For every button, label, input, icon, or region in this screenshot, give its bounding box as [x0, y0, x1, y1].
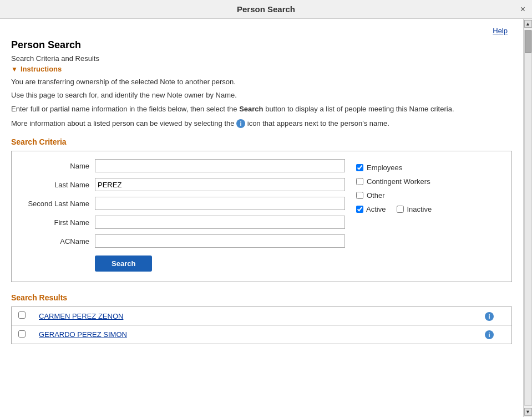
- help-link[interactable]: Help: [11, 24, 512, 37]
- firstname-input[interactable]: [95, 216, 345, 229]
- row2-checkbox[interactable]: [18, 330, 26, 338]
- form-right: Employees Contingent Workers Other: [356, 159, 500, 272]
- results-table-body: CARMEN PEREZ ZENON i GERARDO PEREZ SIMON: [12, 307, 511, 344]
- instructions-line3-start: Enter full or partial name information i…: [11, 105, 239, 113]
- instructions-text: You are transferring ownership of the se…: [11, 76, 512, 100]
- instructions-label: Instructions: [21, 65, 62, 73]
- second-lastname-input[interactable]: [95, 197, 345, 210]
- title-bar: Person Search ×: [0, 0, 532, 19]
- lastname-label: Last Name: [23, 181, 95, 189]
- name-input[interactable]: [95, 159, 345, 172]
- name-label: Name: [23, 162, 95, 170]
- results-table-container: CARMEN PEREZ ZENON i GERARDO PEREZ SIMON: [11, 306, 512, 344]
- instructions-toggle[interactable]: ▼ Instructions: [11, 65, 512, 73]
- employees-checkbox-row: Employees: [356, 163, 500, 172]
- active-inactive-row: Active Inactive: [356, 205, 500, 213]
- other-label: Other: [367, 191, 385, 200]
- scrollbar[interactable]: ▲ ▼: [523, 19, 532, 417]
- instructions-line4-start: More information about a listed person c…: [11, 119, 236, 127]
- results-table: CARMEN PEREZ ZENON i GERARDO PEREZ SIMON: [12, 307, 511, 344]
- lastname-input[interactable]: [95, 178, 345, 191]
- second-lastname-label: Second Last Name: [23, 200, 95, 208]
- content-area: Help Person Search Search Criteria and R…: [0, 19, 523, 417]
- instructions-arrow-icon: ▼: [11, 65, 18, 73]
- firstname-label: First Name: [23, 218, 95, 227]
- scroll-down-button[interactable]: ▼: [524, 408, 532, 416]
- other-checkbox-row: Other: [356, 191, 500, 200]
- contingent-workers-label: Contingent Workers: [367, 177, 430, 186]
- row2-info-cell: i: [467, 325, 511, 344]
- instructions-line3: Enter full or partial name information i…: [11, 104, 512, 115]
- row2-checkbox-cell: [12, 325, 32, 344]
- instructions-line3-end: button to display a list of people meeti…: [264, 105, 454, 113]
- instructions-line4: More information about a listed person c…: [11, 118, 512, 129]
- scrollbar-track[interactable]: [524, 30, 532, 406]
- scroll-up-button[interactable]: ▲: [524, 20, 532, 28]
- info-icon: i: [236, 119, 245, 128]
- acname-label: ACName: [23, 237, 95, 246]
- employees-checkbox[interactable]: [356, 164, 363, 171]
- search-criteria-title: Search Criteria: [11, 137, 512, 146]
- row1-checkbox-cell: [12, 307, 32, 325]
- form-left: Name Last Name Second Last Name Fir: [23, 159, 345, 272]
- row2-info-icon[interactable]: i: [485, 330, 494, 339]
- active-label: Active: [366, 205, 386, 213]
- page-title: Person Search: [11, 39, 512, 51]
- contingent-workers-checkbox-row: Contingent Workers: [356, 177, 500, 186]
- close-button[interactable]: ×: [520, 4, 525, 14]
- form-grid: Name Last Name Second Last Name Fir: [23, 159, 500, 272]
- inactive-checkbox[interactable]: [397, 206, 404, 213]
- instructions-line1: You are transferring ownership of the se…: [11, 76, 512, 88]
- acname-input[interactable]: [95, 234, 345, 248]
- firstname-row: First Name: [23, 216, 345, 229]
- search-criteria-box: Name Last Name Second Last Name Fir: [11, 151, 512, 282]
- inactive-item: Inactive: [397, 205, 432, 213]
- main-container: Help Person Search Search Criteria and R…: [0, 19, 532, 417]
- name-row: Name: [23, 159, 345, 172]
- sub-label: Search Criteria and Results: [11, 54, 512, 63]
- lastname-row: Last Name: [23, 178, 345, 191]
- instructions-line4-end: icon that appears next to the person's n…: [247, 119, 389, 127]
- row2-name[interactable]: GERARDO PEREZ SIMON: [32, 325, 467, 344]
- other-checkbox[interactable]: [356, 192, 363, 199]
- search-criteria-section: Search Criteria Name Last Name Secon: [11, 137, 512, 282]
- row1-checkbox[interactable]: [18, 311, 26, 319]
- active-item: Active: [356, 205, 386, 213]
- employees-label: Employees: [367, 163, 402, 172]
- table-row: CARMEN PEREZ ZENON i: [12, 307, 511, 325]
- row1-info-cell: i: [467, 307, 511, 325]
- search-results-title: Search Results: [11, 293, 512, 302]
- row1-info-icon[interactable]: i: [485, 312, 494, 321]
- acname-row: ACName: [23, 234, 345, 248]
- instructions-line2: Use this page to search for, and identif…: [11, 90, 512, 101]
- inactive-label: Inactive: [407, 205, 432, 213]
- scrollbar-thumb[interactable]: [525, 30, 531, 53]
- active-checkbox[interactable]: [356, 206, 363, 213]
- contingent-workers-checkbox[interactable]: [356, 178, 363, 185]
- row1-name[interactable]: CARMEN PEREZ ZENON: [32, 307, 467, 325]
- window-title: Person Search: [237, 4, 295, 14]
- instructions-line3-bold: Search: [239, 105, 263, 113]
- table-row: GERARDO PEREZ SIMON i: [12, 325, 511, 344]
- search-button[interactable]: Search: [95, 256, 152, 272]
- second-lastname-row: Second Last Name: [23, 197, 345, 210]
- search-results-section: Search Results CARMEN PEREZ ZENON i: [11, 293, 512, 344]
